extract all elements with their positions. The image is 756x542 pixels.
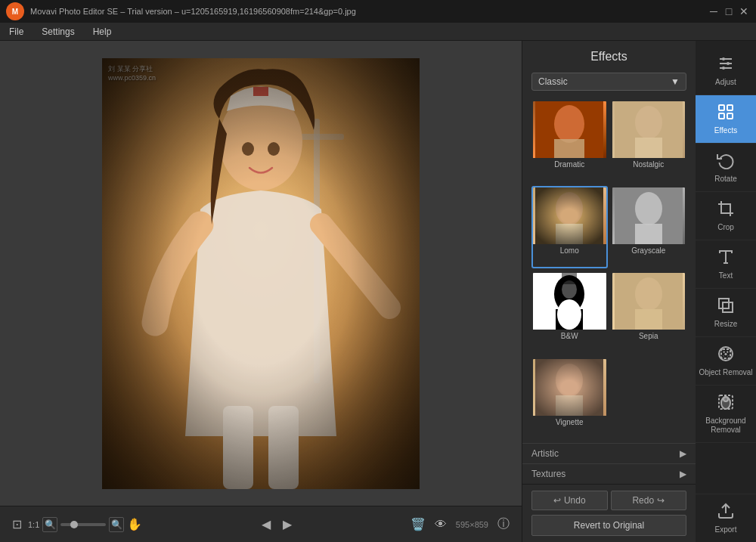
sidebar-tool-background-removal[interactable]: Background Removal — [696, 386, 756, 443]
text-label: Text — [719, 271, 733, 280]
app-logo: M — [6, 2, 24, 20]
titlebar-left: M Movavi Photo Editor SE – Trial version… — [6, 2, 356, 20]
sidebar-tool-adjust[interactable]: Adjust — [696, 47, 756, 95]
sidebar-tool-effects[interactable]: Effects — [696, 95, 756, 144]
sidebar-tool-rotate[interactable]: Rotate — [696, 144, 756, 192]
sidebar-tool-crop[interactable]: Crop — [696, 192, 756, 240]
effect-lomo-thumb — [533, 187, 606, 244]
rotate-icon — [717, 151, 735, 172]
category-textures[interactable]: Textures ▶ — [522, 463, 696, 484]
effect-grayscale-label: Grayscale — [612, 244, 686, 257]
pan-icon[interactable]: ✋ — [127, 517, 142, 531]
main-container: 刘 某某 分享社 www.pc0359.cn ⊡ 1:1 🔍 🔍 — [0, 41, 756, 542]
effect-nostalgic[interactable]: Nostalgic — [611, 100, 687, 183]
adjust-label: Adjust — [715, 78, 736, 87]
rotate-label: Rotate — [714, 175, 736, 184]
delete-button[interactable]: 🗑️ — [411, 517, 426, 531]
revert-button[interactable]: Revert to Original — [531, 515, 686, 536]
effect-sepia[interactable]: Sepia — [611, 271, 687, 355]
menu-help[interactable]: Help — [90, 25, 115, 39]
svg-rect-49 — [719, 113, 724, 119]
undo-redo-row: ↩ Undo Redo ↪ — [531, 491, 686, 510]
undo-label: Undo — [564, 495, 586, 506]
svg-point-45 — [727, 62, 730, 65]
zoom-in-button[interactable]: 🔍 — [109, 517, 124, 532]
sidebar-tool-object-removal[interactable]: Object Removal — [696, 337, 756, 386]
background-removal-icon — [717, 393, 735, 413]
zoom-slider[interactable] — [60, 523, 106, 526]
effect-dramatic[interactable]: Dramatic — [531, 100, 608, 183]
photo-container: 刘 某某 分享社 www.pc0359.cn — [102, 58, 420, 489]
effect-lomo-label: Lomo — [533, 244, 606, 257]
redo-label: Redo — [632, 495, 654, 506]
sepia-preview — [615, 273, 683, 330]
effects-panel: Effects Classic ▼ Dramatic — [522, 41, 696, 542]
effect-dramatic-thumb — [533, 101, 606, 158]
svg-rect-15 — [535, 101, 603, 158]
effect-sepia-label: Sepia — [612, 330, 686, 342]
nostalgic-preview — [615, 101, 683, 158]
eye-button[interactable]: 👁 — [435, 518, 447, 531]
zoom-out-button[interactable]: 🔍 — [42, 517, 57, 532]
svg-point-25 — [635, 192, 662, 225]
category-label: Classic — [538, 76, 568, 87]
info-button[interactable]: ⓘ — [497, 516, 510, 532]
prev-button[interactable]: ◀ — [262, 517, 271, 531]
svg-rect-48 — [727, 105, 733, 110]
effect-sepia-thumb — [612, 273, 686, 330]
crop-label: Crop — [717, 223, 734, 232]
effect-nostalgic-thumb — [612, 101, 686, 158]
undo-button[interactable]: ↩ Undo — [531, 491, 608, 510]
bw-preview — [535, 273, 603, 330]
close-button[interactable]: ✕ — [738, 5, 750, 17]
category-artistic[interactable]: Artistic ▶ — [522, 443, 696, 463]
effects-panel-title: Effects — [522, 41, 696, 70]
category-dropdown[interactable]: Classic ▼ — [531, 73, 686, 91]
image-info: 595×859 — [456, 520, 488, 529]
svg-rect-53 — [719, 299, 729, 308]
svg-rect-11 — [102, 58, 420, 489]
sidebar-tool-resize[interactable]: Resize — [696, 289, 756, 337]
maximize-button[interactable]: □ — [723, 5, 735, 17]
svg-rect-47 — [719, 105, 724, 110]
grayscale-preview — [615, 187, 683, 244]
adjust-icon — [717, 54, 735, 75]
menu-settings[interactable]: Settings — [39, 25, 77, 39]
minimize-button[interactable]: ─ — [708, 5, 720, 17]
bottom-toolbar: ⊡ 1:1 🔍 🔍 ✋ ◀ ▶ 🗑️ 👁 595 — [0, 506, 522, 542]
photo-display: 刘 某某 分享社 www.pc0359.cn — [102, 58, 420, 489]
effect-bw-thumb — [533, 273, 606, 330]
titlebar: M Movavi Photo Editor SE – Trial version… — [0, 0, 756, 23]
photo-svg — [102, 58, 420, 489]
crop-icon — [717, 200, 735, 220]
sidebar-tool-text[interactable]: Text — [696, 240, 756, 289]
svg-rect-26 — [635, 224, 662, 244]
background-removal-label: Background Removal — [699, 417, 753, 435]
titlebar-controls[interactable]: ─ □ ✕ — [708, 5, 750, 17]
nav-controls: ◀ ▶ — [262, 517, 292, 531]
export-label: Export — [715, 525, 737, 534]
effect-vignette[interactable]: Vignette — [531, 358, 608, 441]
svg-rect-32 — [562, 273, 577, 284]
undo-arrow-icon: ↩ — [553, 495, 561, 506]
category-artistic-label: Artistic — [531, 448, 559, 459]
canvas-area: 刘 某某 分享社 www.pc0359.cn ⊡ 1:1 🔍 🔍 — [0, 41, 522, 542]
redo-button[interactable]: Redo ↪ — [611, 491, 687, 510]
svg-rect-19 — [615, 101, 683, 158]
right-sidebar: Adjust Effects Rotate — [696, 41, 756, 542]
watermark: 刘 某某 分享社 www.pc0359.cn — [108, 64, 156, 83]
effect-lomo[interactable]: Lomo — [531, 186, 608, 269]
next-button[interactable]: ▶ — [283, 517, 292, 531]
effect-vignette-label: Vignette — [533, 416, 606, 429]
effect-bw[interactable]: B&W — [531, 271, 608, 355]
menu-file[interactable]: File — [6, 25, 26, 39]
effects-label: Effects — [714, 126, 737, 135]
effect-dramatic-label: Dramatic — [533, 158, 606, 171]
effect-grayscale[interactable]: Grayscale — [611, 186, 687, 269]
export-button[interactable]: Export — [696, 494, 756, 542]
effects-bottom: ↩ Undo Redo ↪ Revert to Original — [522, 484, 696, 542]
svg-point-46 — [722, 67, 725, 70]
zoom-slider-thumb — [70, 521, 78, 528]
canvas-content: 刘 某某 分享社 www.pc0359.cn — [0, 41, 522, 506]
frame-icon[interactable]: ⊡ — [12, 517, 22, 531]
